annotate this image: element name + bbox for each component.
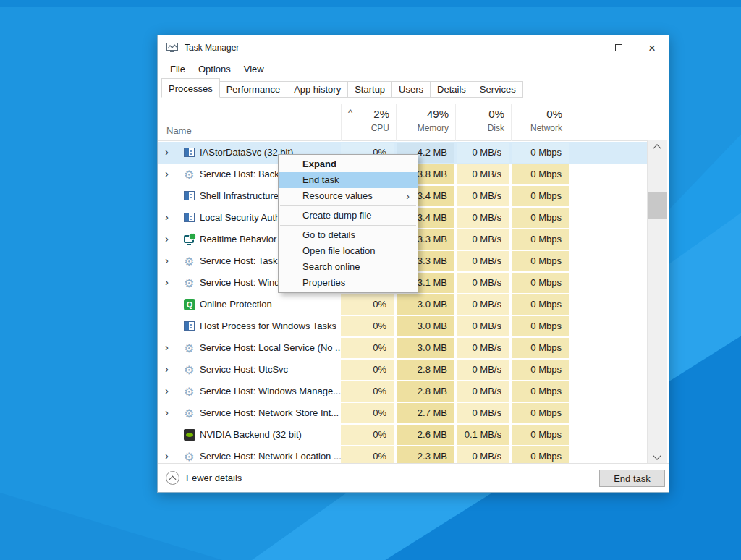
column-header-cpu[interactable]: 2%CPU bbox=[341, 104, 396, 141]
network-cell: 0 Mbps bbox=[512, 273, 569, 293]
process-name: Service Host: Backg bbox=[200, 169, 284, 179]
network-cell: 0 Mbps bbox=[512, 294, 569, 315]
table-row[interactable]: ›Service Host: Local Service (No ...0%3.… bbox=[158, 337, 647, 359]
end-task-button[interactable]: End task bbox=[599, 470, 665, 487]
table-row[interactable]: NVIDIA Backend (32 bit)0%2.6 MB0.1 MB/s0… bbox=[158, 424, 647, 446]
context-menu-item-create-dump-file[interactable]: Create dump file bbox=[279, 208, 418, 224]
disk-cell: 0 MB/s bbox=[457, 164, 509, 184]
chevron-right-icon[interactable]: › bbox=[165, 449, 169, 462]
disk-cell: 0 MB/s bbox=[457, 360, 509, 380]
chevron-right-icon[interactable]: › bbox=[165, 167, 169, 179]
tab-users[interactable]: Users bbox=[391, 81, 431, 98]
network-cell: 0 Mbps bbox=[512, 229, 569, 250]
total-disk-percent: 0% bbox=[456, 108, 504, 120]
context-menu-item-open-file-location[interactable]: Open file location bbox=[279, 243, 418, 259]
tab-performance[interactable]: Performance bbox=[219, 81, 287, 98]
gear-icon bbox=[184, 451, 195, 462]
table-row[interactable]: Online Protection0%3.0 MB0 MB/s0 Mbps bbox=[158, 294, 647, 315]
table-row[interactable]: ›Service Host: Windows Manage...0%2.8 MB… bbox=[158, 381, 647, 402]
chevron-right-icon[interactable]: › bbox=[165, 254, 169, 266]
chevron-right-icon[interactable]: › bbox=[165, 276, 169, 288]
tab-app-history[interactable]: App history bbox=[287, 81, 348, 98]
process-name: Service Host: Task S bbox=[200, 255, 287, 266]
column-label: Network bbox=[512, 123, 562, 133]
chevron-right-icon[interactable]: › bbox=[165, 384, 169, 396]
title-bar[interactable]: Task Manager × bbox=[158, 35, 669, 60]
table-row[interactable]: ›Service Host: UtcSvc0%2.8 MB0 MB/s0 Mbp… bbox=[158, 359, 647, 381]
memory-cell: 2.8 MB bbox=[397, 360, 454, 380]
menu-bar: FileOptionsView bbox=[158, 60, 669, 77]
disk-cell: 0 MB/s bbox=[457, 381, 509, 402]
maximize-button[interactable] bbox=[602, 35, 635, 60]
nvidia-icon bbox=[184, 429, 195, 441]
process-name: Realtime Behavior I bbox=[200, 234, 281, 245]
chevron-right-icon[interactable]: › bbox=[165, 341, 169, 353]
process-name: Local Security Auth bbox=[200, 212, 280, 223]
network-cell: 0 Mbps bbox=[512, 316, 569, 336]
context-menu-item-go-to-details[interactable]: Go to details bbox=[279, 227, 418, 243]
vertical-scrollbar[interactable] bbox=[647, 140, 667, 464]
column-header-name[interactable]: Name bbox=[166, 125, 192, 136]
task-manager-window: Task Manager × FileOptionsView Processes… bbox=[157, 35, 669, 493]
disk-cell: 0 MB/s bbox=[457, 229, 509, 250]
tab-services[interactable]: Services bbox=[473, 81, 523, 98]
fewer-details-toggle[interactable]: Fewer details bbox=[166, 471, 242, 485]
column-header-network[interactable]: 0%Network bbox=[511, 104, 569, 141]
table-row[interactable]: ›Service Host: Network Store Int...0%2.7… bbox=[158, 402, 647, 424]
q-shield-icon bbox=[184, 299, 195, 310]
network-cell: 0 Mbps bbox=[512, 164, 569, 184]
close-button[interactable]: × bbox=[635, 35, 669, 60]
total-memory-percent: 49% bbox=[397, 108, 449, 120]
tab-details[interactable]: Details bbox=[430, 81, 473, 98]
table-row[interactable]: Host Process for Windows Tasks0%3.0 MB0 … bbox=[158, 315, 647, 337]
footer-bar: Fewer details End task bbox=[158, 463, 669, 492]
menu-separator bbox=[280, 205, 416, 206]
chevron-right-icon[interactable]: › bbox=[165, 145, 169, 158]
chevron-right-icon[interactable]: › bbox=[165, 362, 169, 375]
disk-cell: 0 MB/s bbox=[457, 143, 509, 163]
menu-item-view[interactable]: View bbox=[237, 62, 271, 76]
gear-icon bbox=[184, 169, 195, 180]
minimize-button[interactable] bbox=[569, 35, 602, 60]
column-header-disk[interactable]: 0%Disk bbox=[455, 104, 511, 141]
scroll-up-icon[interactable] bbox=[653, 144, 661, 152]
process-name: Service Host: Network Location ... bbox=[200, 451, 342, 462]
context-menu-item-resource-values[interactable]: Resource values› bbox=[279, 188, 418, 204]
cpu-cell: 0% bbox=[341, 446, 394, 464]
gear-icon bbox=[184, 386, 195, 397]
tab-startup[interactable]: Startup bbox=[347, 81, 392, 98]
context-menu-item-search-online[interactable]: Search online bbox=[279, 259, 418, 275]
disk-cell: 0 MB/s bbox=[457, 338, 509, 358]
memory-cell: 2.3 MB bbox=[397, 446, 454, 464]
memory-cell: 3.0 MB bbox=[397, 294, 454, 315]
memory-cell: 2.7 MB bbox=[397, 403, 454, 423]
menu-item-file[interactable]: File bbox=[164, 62, 192, 76]
cpu-cell: 0% bbox=[341, 338, 394, 358]
context-menu-item-properties[interactable]: Properties bbox=[279, 275, 418, 291]
context-menu-item-expand[interactable]: Expand bbox=[279, 156, 418, 172]
network-cell: 0 Mbps bbox=[512, 381, 569, 402]
cpu-cell: 0% bbox=[341, 381, 394, 402]
network-cell: 0 Mbps bbox=[512, 143, 569, 163]
scrollbar-thumb[interactable] bbox=[648, 192, 667, 219]
cpu-cell: 0% bbox=[341, 294, 394, 315]
scroll-down-icon[interactable] bbox=[653, 451, 661, 459]
table-header[interactable]: Name ^ 2%CPU49%Memory0%Disk0%Network bbox=[158, 104, 647, 141]
column-header-memory[interactable]: 49%Memory bbox=[396, 104, 455, 141]
wallpaper-beam bbox=[0, 0, 741, 7]
table-row[interactable]: ›Service Host: Network Location ...0%2.3… bbox=[158, 446, 647, 464]
chevron-right-icon[interactable]: › bbox=[165, 232, 169, 245]
cpu-cell: 0% bbox=[341, 360, 394, 380]
total-network-percent: 0% bbox=[512, 108, 562, 120]
process-name: Service Host: Windows Manage... bbox=[200, 386, 341, 396]
chevron-right-icon[interactable]: › bbox=[165, 406, 169, 418]
network-cell: 0 Mbps bbox=[512, 186, 569, 206]
chevron-right-icon[interactable]: › bbox=[165, 211, 169, 223]
process-name: Shell Infrastructure bbox=[200, 190, 279, 201]
total-cpu-percent: 2% bbox=[342, 108, 389, 120]
tab-processes[interactable]: Processes bbox=[161, 78, 220, 98]
column-label: CPU bbox=[342, 123, 389, 133]
context-menu-item-end-task[interactable]: End task bbox=[279, 172, 418, 188]
menu-item-options[interactable]: Options bbox=[192, 62, 237, 76]
monitor-shield-icon bbox=[184, 235, 194, 243]
